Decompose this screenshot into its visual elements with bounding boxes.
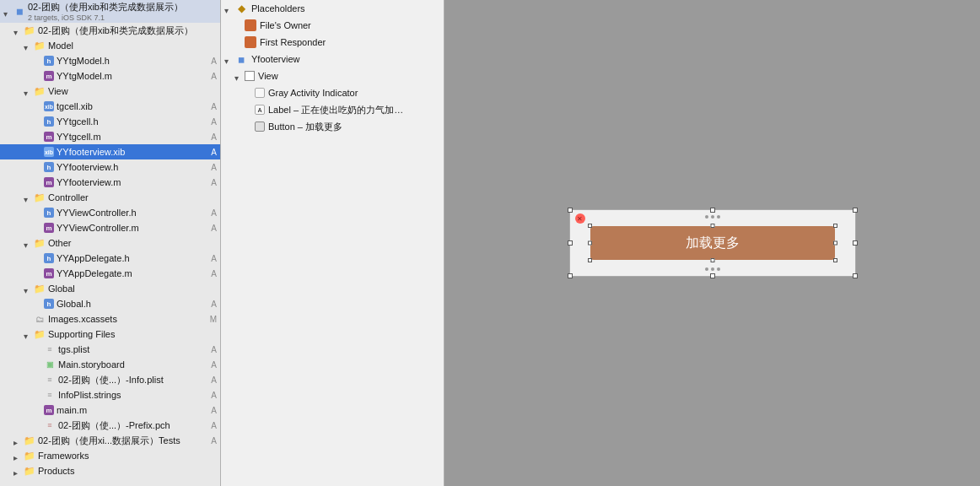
expand-icon [245,122,253,131]
btn-handle-br[interactable] [833,258,837,262]
outline-item-placeholders[interactable]: ◆ Placeholders [221,0,444,17]
badge: A [211,163,217,172]
sidebar-item-model[interactable]: 📁 Model [0,38,220,53]
sidebar-item-global[interactable]: 📁 Global [0,281,220,296]
expand-icon [34,102,42,111]
outline-item-button[interactable]: Button – 加载更多 [221,118,444,135]
expand-icon [34,178,42,186]
expand-icon [34,208,42,217]
group-label: Other [48,238,220,248]
sidebar-item-yytgmodel-h[interactable]: h YYtgModel.h A [0,53,220,68]
expand-icon [13,451,22,460]
btn-handle-bl[interactable] [588,258,592,262]
sidebar-item-view[interactable]: 📁 View [0,84,220,99]
sidebar-item-yyfooterview-xib[interactable]: xib YYfooterview.xib A [0,144,220,159]
folder-icon: 📁 [24,465,35,477]
file-label: Main.storyboard [58,359,211,370]
project-icon: ◼ [13,6,25,18]
sidebar-item-images-xcassets[interactable]: 🗂 Images.xcassets M [0,311,220,327]
group-label: 02-团购（使用xi...数据展示）Tests [38,435,211,447]
sidebar-item-products[interactable]: 📁 Products [0,463,220,478]
sidebar-item-yyviewcontroller-m[interactable]: m YYViewController.m A [0,220,220,235]
corner-handle-br[interactable] [853,273,858,278]
sidebar-item-yytgcell-h[interactable]: h YYtgcell.h A [0,114,220,129]
outline-item-yfooterview[interactable]: ◼ Yfooterview [221,51,444,68]
sidebar-item-supporting[interactable]: 📁 Supporting Files [0,327,220,342]
badge: A [211,148,217,157]
sidebar-item-group02[interactable]: 📁 02-团购（使用xib和类完成数据展示） [0,23,220,38]
xib-file-icon: xib [44,101,54,111]
outline-label: Label – 正在使出吃奶的力气加… [268,104,403,116]
outline-label: Yfooterview [251,54,299,64]
sidebar-item-tgcell-xib[interactable]: xib tgcell.xib A [0,99,220,114]
sidebar-item-tests[interactable]: 📁 02-团购（使用xi...数据展示）Tests A [0,433,220,448]
mid-handle-left[interactable] [568,240,573,246]
canvas-close-button[interactable]: ✕ [575,213,585,224]
h-file-icon: h [44,208,54,218]
outline-item-label[interactable]: A Label – 正在使出吃奶的力气加… [221,101,444,118]
group-label: 02-团购（使用xib和类完成数据展示） [38,24,220,37]
sidebar-item-yytgmodel-m[interactable]: m YYtgModel.m A [0,68,220,84]
file-navigator[interactable]: ◼ 02-团购（使用xib和类完成数据展示） 2 targets, iOS SD… [0,0,221,486]
corner-handle-bl[interactable] [568,273,573,278]
outline-pane[interactable]: ◆ Placeholders File's Owner First Respon… [221,0,444,486]
corner-handle-tl[interactable] [568,208,573,213]
mid-handle-right[interactable] [853,240,858,246]
btn-handle-right[interactable] [833,241,837,246]
canvas-frame[interactable]: ✕ 加载更多 [569,209,856,277]
expand-icon [234,72,243,80]
file-label: YYtgModel.h [57,56,211,66]
expand-icon [24,41,32,50]
btn-handle-tl[interactable] [588,224,592,228]
expand-icon [34,391,42,399]
badge: A [211,421,217,430]
outline-label: View [258,71,278,81]
expand-icon [34,360,42,369]
sidebar-item-yyviewcontroller-h[interactable]: h YYViewController.h A [0,205,220,220]
file-label: YYfooterview.m [57,177,211,187]
badge: A [211,436,217,446]
outline-label: Placeholders [251,3,305,14]
sidebar-item-yytgcell-m[interactable]: m YYtgcell.m A [0,129,220,144]
badge: A [211,117,217,127]
btn-handle-top[interactable] [710,224,714,228]
mid-handle-bottom[interactable] [710,273,715,278]
file-label: YYAppDelegate.m [57,268,211,278]
expand-icon [245,89,253,97]
corner-handle-tr[interactable] [853,208,858,213]
canvas-button[interactable]: 加载更多 [590,226,835,260]
expand-icon [34,132,42,141]
sidebar-item-yyfooterview-h[interactable]: h YYfooterview.h A [0,159,220,175]
mid-handle-top[interactable] [710,208,715,213]
sidebar-item-project-root[interactable]: ◼ 02-团购（使用xib和类完成数据展示） 2 targets, iOS SD… [0,0,220,23]
sidebar-item-main-m[interactable]: m main.m A [0,402,220,418]
sidebar-item-other[interactable]: 📁 Other [0,235,220,251]
expand-icon [24,87,32,95]
btn-handle-left[interactable] [588,241,592,246]
h-file-icon: h [44,162,54,172]
btn-handle-tr[interactable] [833,224,837,228]
sidebar-item-yyappdelegate-h[interactable]: h YYAppDelegate.h A [0,251,220,266]
outline-item-gray-activity[interactable]: Gray Activity Indicator [221,84,444,101]
btn-handle-bottom[interactable] [710,258,714,262]
sidebar-item-info-plist[interactable]: ≡ 02-团购（使...）-Info.plist A [0,372,220,387]
folder-icon: 📁 [34,283,46,294]
badge: A [211,406,217,415]
xib-icon: ◼ [234,52,248,66]
expand-icon [34,269,42,278]
h-file-icon: h [44,253,54,263]
sidebar-item-tgs-plist[interactable]: ≡ tgs.plist A [0,342,220,357]
sidebar-item-controller[interactable]: 📁 Controller [0,190,220,205]
owner-icon [245,19,256,31]
sidebar-item-main-storyboard[interactable]: ▣ Main.storyboard A [0,357,220,372]
sidebar-item-prefix-pch[interactable]: ≡ 02-团购（使...）-Prefix.pch A [0,418,220,433]
sidebar-item-yyfooterview-m[interactable]: m YYfooterview.m A [0,175,220,190]
sidebar-item-infoplist-strings[interactable]: ≡ InfoPlist.strings A [0,387,220,402]
sidebar-item-yyappdelegate-m[interactable]: m YYAppDelegate.m A [0,266,220,281]
outline-item-files-owner[interactable]: File's Owner [221,17,444,34]
outline-item-view[interactable]: View [221,68,444,84]
outline-item-first-responder[interactable]: First Responder [221,34,444,51]
badge: A [211,360,217,370]
sidebar-item-frameworks[interactable]: 📁 Frameworks [0,448,220,463]
sidebar-item-global-h[interactable]: h Global.h A [0,296,220,311]
